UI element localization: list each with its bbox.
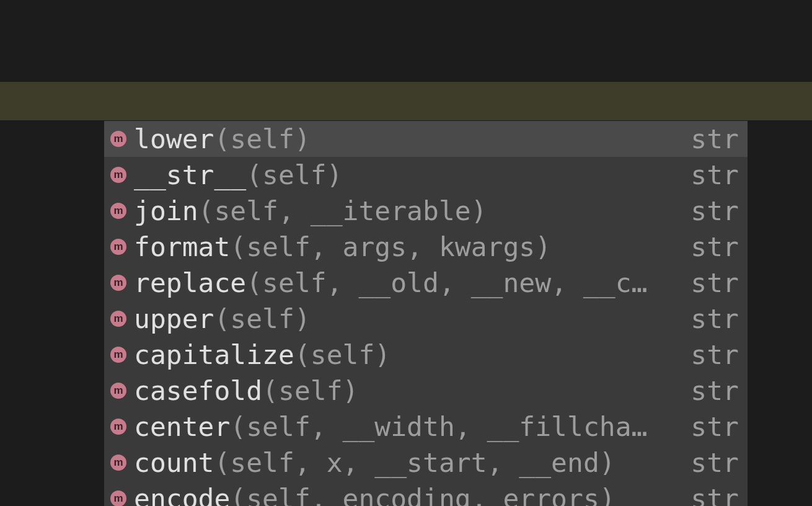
autocomplete-params: (self) bbox=[262, 375, 358, 406]
autocomplete-return-type: str bbox=[691, 447, 739, 478]
method-icon: m bbox=[110, 455, 126, 471]
autocomplete-name: encode bbox=[134, 483, 230, 506]
autocomplete-item[interactable]: m__str__(self)str bbox=[104, 157, 748, 193]
autocomplete-label: count(self, x, __start, __end) bbox=[134, 447, 679, 478]
method-icon: m bbox=[110, 275, 126, 291]
autocomplete-name: count bbox=[134, 447, 214, 478]
autocomplete-params: (self, __iterable) bbox=[198, 195, 487, 226]
autocomplete-return-type: str bbox=[691, 231, 739, 262]
autocomplete-label: upper(self) bbox=[134, 303, 679, 334]
method-icon: m bbox=[110, 419, 126, 435]
autocomplete-return-type: str bbox=[691, 123, 739, 154]
autocomplete-name: center bbox=[134, 411, 230, 442]
autocomplete-params: (self) bbox=[214, 123, 310, 154]
method-icon: m bbox=[110, 311, 126, 327]
code-line-1[interactable]: text: str = something() bbox=[0, 43, 812, 82]
autocomplete-params: (self, encoding, errors) bbox=[230, 483, 615, 506]
autocomplete-item[interactable]: mencode(self, encoding, errors)str bbox=[104, 481, 748, 506]
method-icon: m bbox=[110, 239, 126, 255]
autocomplete-params: (self, args, kwargs) bbox=[230, 231, 551, 262]
autocomplete-label: __str__(self) bbox=[134, 159, 679, 190]
code-editor[interactable]: text: str = something() text. ~ bbox=[0, 0, 812, 120]
autocomplete-item[interactable]: mlower(self)str bbox=[104, 121, 748, 157]
autocomplete-name: capitalize bbox=[134, 339, 294, 370]
autocomplete-item[interactable]: mcapitalize(self)str bbox=[104, 337, 748, 373]
autocomplete-label: center(self, __width, __fillcha… bbox=[134, 411, 679, 442]
method-icon: m bbox=[110, 347, 126, 363]
autocomplete-name: __str__ bbox=[134, 159, 246, 190]
autocomplete-return-type: str bbox=[691, 339, 739, 370]
autocomplete-label: encode(self, encoding, errors) bbox=[134, 483, 679, 506]
autocomplete-popup[interactable]: mlower(self)strm__str__(self)strmjoin(se… bbox=[104, 121, 748, 506]
autocomplete-item[interactable]: mformat(self, args, kwargs)str bbox=[104, 229, 748, 265]
autocomplete-item[interactable]: mreplace(self, __old, __new, __c…str bbox=[104, 265, 748, 301]
autocomplete-label: replace(self, __old, __new, __c… bbox=[134, 267, 679, 298]
autocomplete-item[interactable]: mjoin(self, __iterable)str bbox=[104, 193, 748, 229]
autocomplete-name: casefold bbox=[134, 375, 262, 406]
autocomplete-item[interactable]: mupper(self)str bbox=[104, 301, 748, 337]
autocomplete-label: casefold(self) bbox=[134, 375, 679, 406]
method-icon: m bbox=[110, 203, 126, 219]
autocomplete-label: format(self, args, kwargs) bbox=[134, 231, 679, 262]
autocomplete-return-type: str bbox=[691, 303, 739, 334]
autocomplete-name: upper bbox=[134, 303, 214, 334]
autocomplete-name: format bbox=[134, 231, 230, 262]
autocomplete-params: (self, __width, __fillcha… bbox=[230, 411, 647, 442]
autocomplete-label: capitalize(self) bbox=[134, 339, 679, 370]
autocomplete-return-type: str bbox=[691, 195, 739, 226]
autocomplete-params: (self) bbox=[294, 339, 391, 370]
autocomplete-label: join(self, __iterable) bbox=[134, 195, 679, 226]
autocomplete-return-type: str bbox=[691, 267, 739, 298]
method-icon: m bbox=[110, 490, 126, 506]
method-icon: m bbox=[110, 131, 126, 147]
autocomplete-return-type: str bbox=[691, 411, 739, 442]
autocomplete-return-type: str bbox=[691, 159, 739, 190]
autocomplete-name: lower bbox=[134, 123, 214, 154]
method-icon: m bbox=[110, 383, 126, 399]
autocomplete-return-type: str bbox=[691, 375, 739, 406]
autocomplete-item[interactable]: mcenter(self, __width, __fillcha…str bbox=[104, 409, 748, 445]
autocomplete-params: (self, __old, __new, __c… bbox=[246, 267, 647, 298]
autocomplete-item[interactable]: mcasefold(self)str bbox=[104, 373, 748, 409]
autocomplete-params: (self, x, __start, __end) bbox=[214, 447, 615, 478]
autocomplete-label: lower(self) bbox=[134, 123, 679, 154]
autocomplete-item[interactable]: mcount(self, x, __start, __end)str bbox=[104, 445, 748, 481]
method-icon: m bbox=[110, 167, 126, 183]
autocomplete-return-type: str bbox=[691, 483, 739, 506]
autocomplete-name: join bbox=[134, 195, 198, 226]
code-line-2-current[interactable]: text. ~ bbox=[0, 82, 812, 120]
autocomplete-params: (self) bbox=[214, 303, 310, 334]
autocomplete-name: replace bbox=[134, 267, 246, 298]
autocomplete-params: (self) bbox=[246, 159, 342, 190]
